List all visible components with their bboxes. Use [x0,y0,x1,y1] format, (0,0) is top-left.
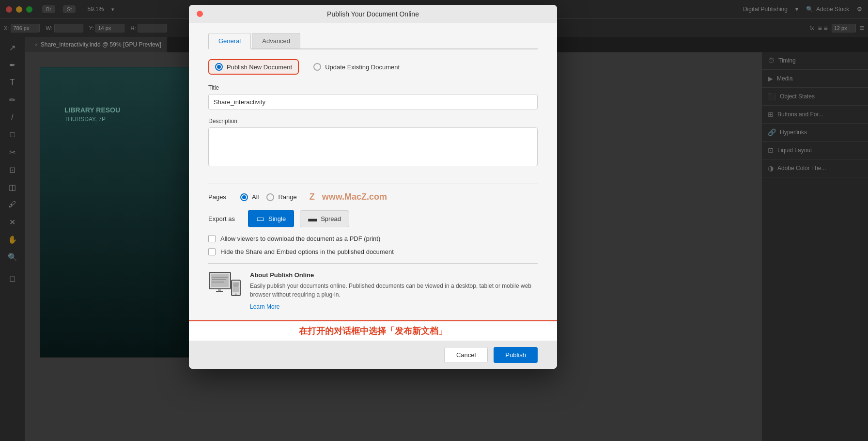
svg-rect-1 [211,274,229,287]
radio-update-existing[interactable]: Update Existing Document [313,63,400,71]
radio-update-label: Update Existing Document [325,63,400,71]
publish-dialog: Publish Your Document Online General Adv… [189,5,557,369]
about-title: About Publish Online [250,271,538,279]
dialog-footer: Cancel Publish [189,341,557,369]
radio-publish-new[interactable]: Publish New Document [208,59,299,75]
title-field-label: Title [208,84,538,91]
checkbox-share[interactable] [208,248,216,255]
single-icon: ▭ [256,213,264,224]
pages-range-circle [266,193,274,201]
title-input[interactable] [208,94,538,110]
tab-advanced[interactable]: Advanced [252,33,300,48]
single-label: Single [268,215,286,222]
checkbox-share-row: Hide the Share and Embed options in the … [208,248,538,255]
radio-update-circle [313,63,321,71]
pages-row: Pages All Range Z www.MacZ.com [208,192,538,202]
svg-point-10 [235,294,237,295]
checkbox-pdf-row: Allow viewers to download the document a… [208,235,538,242]
pages-all-circle [240,193,248,201]
spread-icon: ▬ [308,214,317,224]
cancel-button[interactable]: Cancel [444,347,488,363]
export-single-btn[interactable]: ▭ Single [248,210,294,227]
export-as-label: Export as [208,215,242,222]
description-textarea[interactable] [208,127,538,166]
pages-range-option[interactable]: Range [266,193,296,201]
description-field-label: Description [208,118,538,125]
dialog-close-button[interactable] [197,11,203,17]
about-icon [208,271,242,305]
checkbox-share-label: Hide the Share and Embed options in the … [220,248,394,255]
dialog-body: General Advanced Publish New Document Up… [189,23,557,320]
publish-button[interactable]: Publish [494,347,538,363]
learn-more-link[interactable]: Learn More [250,303,279,310]
pages-label: Pages [208,193,232,201]
annotation-bar: 在打开的对话框中选择「发布新文档」 [189,320,557,341]
tab-general[interactable]: General [208,33,251,49]
export-row: Export as ▭ Single ▬ Spread [208,210,538,227]
checkbox-pdf[interactable] [208,235,216,242]
radio-new-label: Publish New Document [227,63,292,71]
radio-group: Publish New Document Update Existing Doc… [208,59,538,75]
annotation-text: 在打开的对话框中选择「发布新文档」 [299,326,447,336]
export-spread-btn[interactable]: ▬ Spread [300,210,349,227]
spread-label: Spread [321,215,341,222]
about-section: About Publish Online Easily publish your… [208,263,538,311]
about-text: About Publish Online Easily publish your… [250,271,538,311]
dialog-title: Publish Your Document Online [197,10,549,18]
svg-rect-9 [232,282,239,292]
checkbox-pdf-label: Allow viewers to download the document a… [220,235,380,242]
about-body: Easily publish your documents online. Pu… [250,282,538,299]
dialog-tabs: General Advanced [208,33,538,49]
watermark-overlay: Z www.MacZ.com [310,192,387,202]
divider-1 [208,184,538,184]
radio-new-circle [215,63,223,71]
pages-range-label: Range [278,193,296,201]
pages-all-option[interactable]: All [240,193,259,201]
pages-all-label: All [252,193,259,201]
dialog-titlebar: Publish Your Document Online [189,5,557,23]
